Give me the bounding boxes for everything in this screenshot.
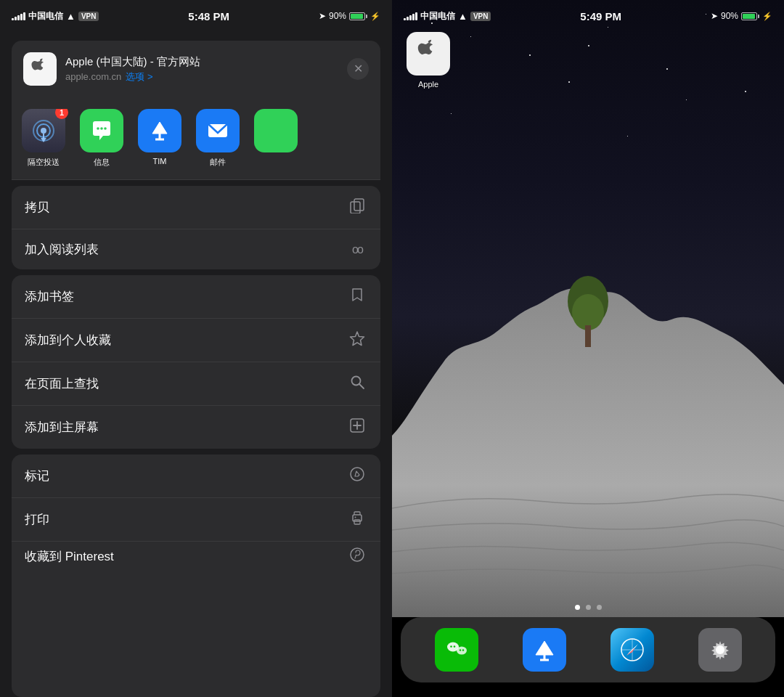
- print-icon: [347, 510, 367, 529]
- dock-safari[interactable]: [611, 628, 654, 672]
- share-app-more[interactable]: [253, 109, 299, 152]
- home-icon-area: Apple: [407, 32, 450, 89]
- svg-point-7: [104, 127, 107, 130]
- pinterest-icon: [347, 547, 367, 566]
- menu-add-home-label: 添加到主屏幕: [25, 419, 99, 436]
- svg-rect-22: [354, 520, 360, 524]
- svg-marker-34: [536, 641, 553, 655]
- svg-rect-27: [585, 325, 591, 347]
- rock-svg: [392, 218, 784, 617]
- svg-point-5: [97, 127, 99, 130]
- star: [666, 68, 668, 70]
- share-app-airdrop[interactable]: 1 隔空投送: [20, 109, 67, 168]
- apple-home-icon[interactable]: [407, 32, 450, 76]
- svg-point-20: [351, 468, 364, 481]
- tim-label: TIM: [153, 157, 167, 166]
- share-header-text: Apple (中国大陆) - 官方网站 apple.com.cn 选项 >: [65, 55, 338, 83]
- settings-icon-svg: [706, 636, 734, 664]
- menu-markup[interactable]: 标记: [12, 455, 380, 498]
- svg-line-16: [359, 384, 364, 388]
- menu-reading-list[interactable]: 加入阅读列表 oo: [12, 229, 380, 269]
- wifi-icon-left: ▲: [66, 11, 75, 22]
- time-left: 5:48 PM: [188, 10, 229, 23]
- close-button[interactable]: ✕: [347, 58, 369, 80]
- menu-favorites[interactable]: 添加到个人收藏: [12, 319, 380, 362]
- menu-find[interactable]: 在页面上查找: [12, 362, 380, 406]
- menu-copy-label: 拷贝: [25, 199, 49, 216]
- reading-list-icon: oo: [347, 243, 367, 256]
- menu-bookmark-label: 添加书签: [25, 288, 74, 305]
- menu-copy[interactable]: 拷贝: [12, 186, 380, 229]
- time-right: 5:49 PM: [580, 10, 621, 23]
- right-panel: 中国电信 ▲ VPN 5:49 PM ➤ 90% ⚡ Apple: [392, 0, 784, 697]
- signal-icon: [12, 12, 25, 20]
- more-icon-wrap: [254, 109, 298, 152]
- page-dot-1: [575, 605, 580, 610]
- charging-icon-left: ⚡: [370, 12, 380, 21]
- share-url: apple.com.cn: [65, 71, 121, 82]
- menu-bookmark[interactable]: 添加书签: [12, 275, 380, 319]
- share-app-tim[interactable]: TIM: [136, 109, 183, 166]
- airdrop-icon-wrap: 1: [22, 109, 65, 152]
- menu-print[interactable]: 打印: [12, 498, 380, 542]
- carrier-left: 中国电信 ▲ VPN: [12, 10, 99, 23]
- svg-point-29: [457, 647, 467, 655]
- menu-reading-list-label: 加入阅读列表: [25, 241, 99, 258]
- vpn-badge-left: VPN: [78, 12, 99, 21]
- dock-wechat[interactable]: [435, 628, 478, 672]
- wifi-icon-right: ▲: [458, 11, 467, 22]
- apple-home-label: Apple: [418, 80, 438, 89]
- airdrop-label: 隔空投送: [28, 157, 60, 168]
- svg-point-6: [100, 127, 103, 130]
- copy-icon: [347, 197, 367, 217]
- svg-point-32: [459, 649, 460, 651]
- left-panel: 中国电信 ▲ VPN 5:48 PM ➤ 90% ⚡ Ap: [0, 0, 392, 697]
- mail-icon-wrap: [196, 109, 240, 152]
- menu-pinterest-label: 收藏到 Pinterest: [25, 548, 114, 565]
- star: [568, 81, 570, 83]
- star: [529, 54, 531, 56]
- share-app-messages[interactable]: 信息: [78, 109, 125, 168]
- share-options-btn[interactable]: 选项 >: [126, 70, 152, 83]
- menu-section-3: 标记 打印 收藏到 Pinterest: [12, 455, 380, 697]
- svg-point-23: [355, 517, 356, 518]
- apple-logo-home-svg: [414, 39, 443, 68]
- share-app-mail[interactable]: 邮件: [195, 109, 241, 168]
- add-home-icon: [347, 417, 367, 437]
- rock-formation-container: [392, 218, 784, 617]
- battery-percent-right: 90%: [721, 11, 738, 21]
- apps-row-container: 1 隔空投送 信息: [12, 97, 380, 179]
- dock-tim[interactable]: [523, 628, 566, 672]
- share-apps-row: 1 隔空投送 信息: [20, 109, 372, 168]
- site-favicon: [23, 52, 57, 86]
- mail-app-icon: [196, 109, 240, 152]
- star: [588, 45, 589, 46]
- signal-icon-right: [404, 12, 417, 20]
- menu-section-2: 添加书签 添加到个人收藏 在页面上查找: [12, 275, 380, 449]
- status-bar-left: 中国电信 ▲ VPN 5:48 PM ➤ 90% ⚡: [0, 0, 392, 32]
- star: [627, 136, 628, 136]
- star: [686, 99, 687, 100]
- battery-percent-left: 90%: [329, 11, 346, 21]
- svg-point-2: [41, 128, 46, 134]
- star: [470, 36, 471, 37]
- airdrop-badge: 1: [55, 109, 68, 119]
- status-bar-right: 中国电信 ▲ VPN 5:49 PM ➤ 90% ⚡: [392, 0, 784, 32]
- tim-icon-wrap: [138, 109, 181, 152]
- menu-pinterest[interactable]: 收藏到 Pinterest: [12, 542, 380, 571]
- menu-add-home[interactable]: 添加到主屏幕: [12, 406, 380, 449]
- carrier-right: 中国电信 ▲ VPN: [404, 10, 491, 23]
- messages-app-icon: [80, 109, 123, 152]
- dock-tim-svg: [531, 636, 558, 664]
- messages-label: 信息: [94, 157, 110, 168]
- messages-icon-wrap: [80, 109, 123, 152]
- menu-markup-label: 标记: [25, 468, 49, 484]
- svg-rect-13: [351, 202, 360, 213]
- dock-settings[interactable]: [698, 628, 742, 672]
- mail-label: 邮件: [210, 157, 226, 168]
- close-icon: ✕: [354, 63, 363, 75]
- battery-icon-left: [349, 12, 367, 20]
- markup-icon: [347, 466, 367, 486]
- safari-icon-svg: [618, 636, 646, 664]
- carrier-name-left: 中国电信: [28, 10, 63, 23]
